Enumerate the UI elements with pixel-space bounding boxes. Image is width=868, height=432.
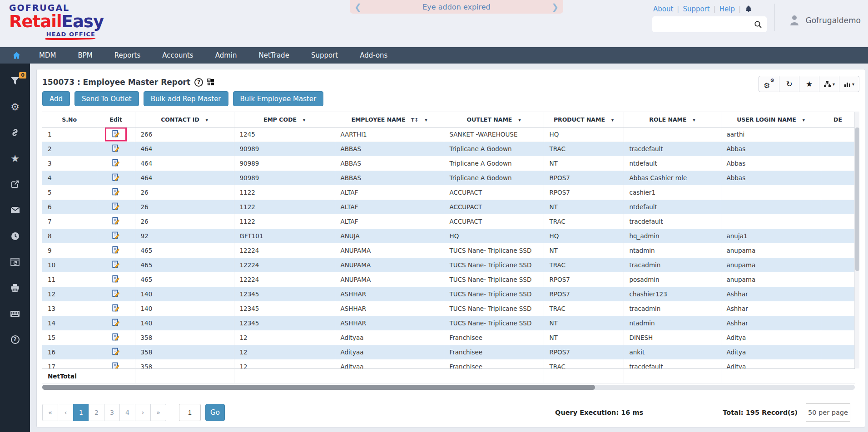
cell-contact_id: 140 [135,316,234,330]
page-prev-button[interactable]: ‹ [58,404,74,421]
edit-icon[interactable] [97,200,135,214]
per-page-select[interactable]: 50 per page [806,403,850,422]
table-vertical-scroll-thumb[interactable] [855,128,859,271]
column-header-de[interactable]: DE [821,112,855,127]
goto-page-input[interactable] [179,404,201,421]
bulk-add-rep-master-button[interactable]: Bulk add Rep Master [144,91,228,106]
page-1-button[interactable]: 1 [73,404,89,421]
edit-icon[interactable] [97,301,135,316]
column-filter-caret-icon[interactable]: ▾ [303,118,305,123]
bulk-employee-master-button[interactable]: Bulk Employee Master [233,91,324,106]
help-link[interactable]: Help [719,5,735,13]
nav-item-nettrade[interactable]: NetTrade [248,47,300,64]
column-filter-caret-icon[interactable]: ▾ [803,118,805,123]
keyboard-icon[interactable] [10,308,20,319]
column-header-edit[interactable]: Edit [97,112,135,127]
column-filter-caret-icon[interactable]: ▾ [518,118,521,123]
nav-item-mdm[interactable]: MDM [28,47,67,64]
page-next-button[interactable]: › [135,404,151,421]
support-link[interactable]: Support [683,5,709,13]
home-icon[interactable] [5,47,28,64]
refresh-icon[interactable]: ↻ [779,76,799,92]
favorite-star-icon[interactable]: ★ [799,76,819,92]
user-menu[interactable]: Gofrugaldemo [788,14,861,27]
edit-icon[interactable] [97,316,135,330]
column-header-contact-id[interactable]: CONTACT ID▾ [135,112,234,127]
about-link[interactable]: About [653,5,673,13]
cell-sno: 7 [42,214,97,229]
column-header-outlet-name[interactable]: OUTLET NAME▾ [444,112,544,127]
link-icon[interactable] [10,127,20,138]
send-to-outlet-button[interactable]: Send To Outlet [74,91,139,106]
page-last-button[interactable]: » [150,404,166,421]
gear-icon[interactable]: ⚙ [10,101,20,112]
edit-icon[interactable] [97,229,135,243]
edit-icon[interactable] [97,243,135,258]
edit-icon[interactable] [97,214,135,229]
nav-item-support[interactable]: Support [300,47,349,64]
add-button[interactable]: Add [42,91,70,106]
edit-icon[interactable] [97,359,135,368]
process-gears-icon[interactable]: ⚙⚙ [759,76,779,92]
star-icon[interactable]: ★ [10,153,20,164]
cell-de [821,272,855,287]
share-icon[interactable] [10,179,20,190]
nav-item-bpm[interactable]: BPM [67,47,103,64]
query-execution-label: Query Execution: 16 ms [555,409,643,416]
column-header-s-no[interactable]: S.No [42,112,97,127]
column-filter-caret-icon[interactable]: ▾ [611,118,614,123]
cell-user_login_name [721,185,821,200]
edit-icon[interactable] [97,185,135,200]
nav-item-admin[interactable]: Admin [204,47,248,64]
text-sort-icon[interactable]: T↕ [411,117,419,123]
table-row: 246490989ABBASTriplicane A GodownTRACtra… [42,142,855,156]
column-header-product-name[interactable]: PRODUCT NAME▾ [544,112,624,127]
search-input[interactable] [657,21,754,28]
table-horizontal-scroll-thumb[interactable] [42,385,595,390]
report-help-icon[interactable]: ? [194,78,203,87]
edit-icon[interactable] [97,287,135,301]
page-first-button[interactable]: « [42,404,58,421]
banner-next-icon[interactable]: ❯ [551,3,559,11]
nav-item-add-ons[interactable]: Add-ons [349,47,398,64]
column-header-employee-name[interactable]: EMPLOYEE NAMET↕▾ [335,112,444,127]
clock-icon[interactable] [10,231,20,241]
column-filter-caret-icon[interactable]: ▾ [425,118,427,123]
page-3-button[interactable]: 3 [104,404,120,421]
search-icon[interactable] [754,20,762,29]
edit-icon[interactable] [97,127,135,142]
column-filter-caret-icon[interactable]: ▾ [206,118,208,123]
hierarchy-icon[interactable]: ▾ [819,76,839,92]
edit-icon[interactable] [97,142,135,156]
chart-icon[interactable]: ▾ [839,76,859,92]
notifications-bell-icon[interactable] [744,5,753,13]
cell-user_login_name: Abbas [721,142,821,156]
edit-icon[interactable] [97,345,135,359]
mail-icon[interactable] [10,205,20,216]
window-export-icon[interactable] [10,256,20,267]
edit-icon[interactable] [97,272,135,287]
column-filter-caret-icon[interactable]: ▾ [693,118,695,123]
column-header-role-name[interactable]: ROLE NAME▾ [624,112,721,127]
page-4-button[interactable]: 4 [119,404,135,421]
edit-icon[interactable] [97,330,135,345]
printer-icon[interactable] [10,282,20,293]
column-header-emp-code[interactable]: EMP CODE▾ [234,112,335,127]
edit-icon[interactable] [97,156,135,171]
report-grid-icon[interactable] [207,79,214,86]
edit-icon[interactable] [97,171,135,185]
table-vertical-scrollbar[interactable] [854,112,859,368]
filter-icon[interactable]: 0 [10,75,20,86]
nav-item-reports[interactable]: Reports [104,47,152,64]
column-header-user-login-name[interactable]: USER LOGIN NAME▾ [721,112,821,127]
table-horizontal-scrollbar[interactable] [42,385,855,390]
nav-item-accounts[interactable]: Accounts [151,47,204,64]
cell-sno: 3 [42,156,97,171]
page-2-button[interactable]: 2 [89,404,104,421]
help-icon[interactable]: ? [10,334,20,345]
logo-head-office: HEAD OFFICE [46,31,95,38]
edit-icon[interactable] [97,258,135,272]
go-button[interactable]: Go [205,404,225,421]
cell-emp_code: 12345 [234,316,335,330]
banner-prev-icon[interactable]: ❮ [354,3,362,11]
